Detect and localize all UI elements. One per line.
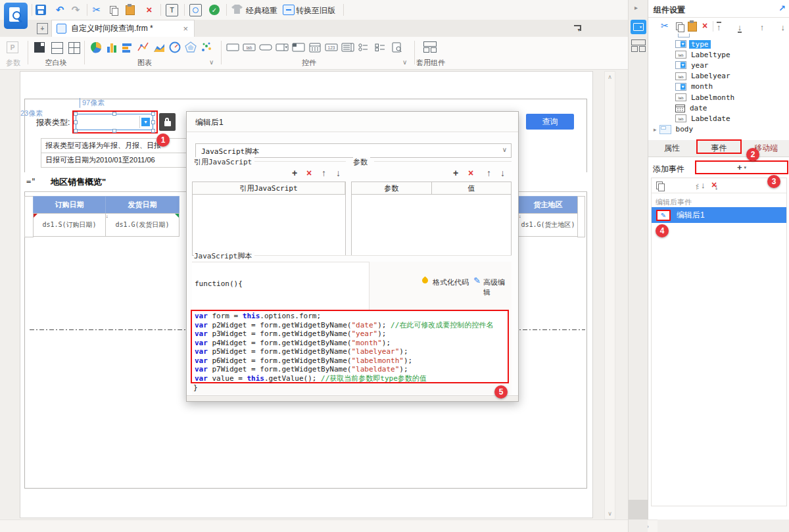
- format-code-icon[interactable]: [421, 276, 429, 285]
- table-narrow-cell[interactable]: [577, 196, 585, 237]
- canvas-horizontal-scrollbar[interactable]: ›: [0, 520, 658, 532]
- split-block-icon[interactable]: [51, 42, 63, 54]
- tree-item-month[interactable]: month: [648, 82, 788, 92]
- table-header-order-date[interactable]: 订购日期: [33, 196, 106, 214]
- text-format-icon[interactable]: T: [166, 4, 178, 16]
- undo-icon[interactable]: ↶: [54, 3, 66, 15]
- new-tab-icon[interactable]: +: [37, 23, 48, 34]
- button-widget-icon[interactable]: [259, 42, 272, 53]
- cut-icon[interactable]: ✂: [91, 3, 103, 15]
- edit-event-pencil-button[interactable]: ✎: [656, 210, 671, 221]
- label-widget-icon[interactable]: lab: [243, 42, 256, 53]
- preview-icon[interactable]: [189, 4, 202, 16]
- textfield-widget-icon[interactable]: [226, 42, 239, 53]
- type-dropdown-button[interactable]: ▼: [139, 116, 151, 128]
- param-add-icon[interactable]: +: [453, 168, 458, 178]
- tree-item-year[interactable]: year: [648, 60, 788, 70]
- refjs-list[interactable]: 引用JavaScript: [192, 181, 346, 256]
- chart-group-chevron-icon[interactable]: ∨: [209, 59, 214, 66]
- event-item-row[interactable]: ✎ 编辑后1: [652, 207, 786, 223]
- calendar-widget-icon[interactable]: [308, 42, 322, 53]
- scroll-up-icon[interactable]: ∧: [605, 72, 615, 82]
- advanced-edit-icon[interactable]: ✎: [473, 276, 481, 285]
- tree-item-type[interactable]: type: [648, 39, 788, 49]
- tree-item-body[interactable]: ▸body: [648, 124, 788, 135]
- query-widget-icon[interactable]: [391, 42, 404, 53]
- collapse-panel-icon[interactable]: ▸: [634, 5, 638, 11]
- redo-icon[interactable]: ↷: [70, 3, 82, 15]
- refjs-moveup-icon[interactable]: ↑: [322, 168, 326, 178]
- datepane-widget-icon[interactable]: [292, 42, 305, 53]
- bar-chart-icon[interactable]: [121, 41, 134, 53]
- param-list[interactable]: 参数 值: [351, 181, 512, 256]
- app-menu-button[interactable]: [4, 3, 28, 29]
- tree-item-Labelmonth[interactable]: labLabelmonth: [648, 92, 788, 103]
- pie-chart-icon[interactable]: [89, 41, 103, 53]
- window-dock-icon[interactable]: ▾: [572, 22, 583, 33]
- add-event-button[interactable]: +▾: [695, 160, 788, 174]
- event-sort-icon[interactable]: ⋮↓: [695, 181, 705, 190]
- classic-theme-icon[interactable]: [231, 5, 243, 14]
- radar-chart-icon[interactable]: [184, 41, 197, 53]
- widget-settings-strip-icon[interactable]: ▼: [631, 20, 646, 34]
- expand-caret-icon[interactable]: ▸: [654, 126, 657, 133]
- combo-icon: [675, 61, 686, 69]
- validate-check-icon[interactable]: ✓: [209, 5, 220, 15]
- gauge-chart-icon[interactable]: [168, 41, 181, 53]
- combobox-widget-icon[interactable]: [275, 42, 289, 53]
- advanced-edit-button[interactable]: 高级编辑: [483, 278, 512, 297]
- query-button[interactable]: 查询: [526, 114, 574, 130]
- param-moveup-icon[interactable]: ↑: [487, 168, 491, 178]
- format-code-button[interactable]: 格式化代码: [433, 278, 469, 287]
- save-icon[interactable]: [36, 5, 46, 15]
- convert-legacy-label[interactable]: 转换至旧版: [296, 5, 335, 16]
- js-code-block[interactable]: var form = this.options.form;var p2Widge…: [191, 310, 509, 383]
- table-cell-ship-date[interactable]: ds1.G(发货日期): [105, 213, 179, 237]
- table-header-region[interactable]: 货主地区: [518, 196, 578, 214]
- param-movedown-icon[interactable]: ↓: [500, 168, 505, 178]
- tree-item-Labeldate[interactable]: labLabeldate: [648, 113, 788, 124]
- table-cell-region[interactable]: ds1.G(货主地区): [518, 213, 578, 237]
- number-widget-icon[interactable]: 123: [325, 42, 338, 53]
- js-editor-pane[interactable]: function(){: [192, 262, 370, 310]
- tree-item-Labeltype[interactable]: labLabeltype: [648, 49, 788, 60]
- parameter-pane-icon[interactable]: P: [7, 41, 18, 53]
- line-chart-icon[interactable]: [137, 41, 150, 53]
- reuse-component-icon[interactable]: [423, 41, 437, 53]
- grid-block-icon[interactable]: [68, 42, 80, 54]
- canvas-vertical-scrollbar[interactable]: ∧ ∨: [604, 71, 615, 520]
- control-group-chevron-icon[interactable]: ∨: [402, 59, 407, 66]
- event-copy-icon[interactable]: [655, 181, 664, 190]
- column-chart-icon[interactable]: [105, 41, 118, 53]
- convert-legacy-icon[interactable]: [283, 5, 295, 15]
- refjs-movedown-icon[interactable]: ↓: [336, 168, 341, 178]
- area-chart-icon[interactable]: [153, 41, 166, 53]
- param-delete-icon[interactable]: ×: [468, 168, 473, 178]
- dialog-titlebar[interactable]: 编辑后1: [187, 112, 518, 132]
- list-widget-icon[interactable]: [341, 42, 354, 53]
- refjs-add-icon[interactable]: +: [292, 168, 297, 178]
- copy-icon[interactable]: [108, 5, 118, 15]
- scatter-chart-icon[interactable]: [200, 41, 213, 53]
- radio-widget-icon[interactable]: [358, 42, 371, 53]
- event-type-select[interactable]: JavaScript脚本 ∨: [195, 143, 512, 158]
- lock-button[interactable]: [159, 113, 176, 131]
- classic-theme-label[interactable]: 经典稳重: [246, 5, 277, 16]
- table-header-ship-date[interactable]: 发货日期: [105, 196, 179, 214]
- table-margin-cell[interactable]: [24, 196, 34, 237]
- tab-close-icon[interactable]: ×: [183, 24, 188, 34]
- checkbox-widget-icon[interactable]: [374, 42, 387, 53]
- delete-icon[interactable]: ×: [143, 3, 155, 15]
- refjs-delete-icon[interactable]: ×: [306, 168, 312, 178]
- tree-item-Labelyear[interactable]: labLabelyear: [648, 71, 788, 82]
- type-dropdown[interactable]: ▼: [76, 114, 153, 130]
- tree-item-date[interactable]: date: [648, 103, 788, 113]
- scroll-down-icon[interactable]: ∨: [605, 508, 615, 519]
- table-cell-order-date[interactable]: ds1.S(订购日期): [33, 213, 106, 237]
- layout-strip-icon[interactable]: [631, 39, 646, 51]
- tab-properties[interactable]: 属性: [648, 140, 696, 157]
- blank-block-icon[interactable]: [34, 42, 45, 53]
- event-delete-icon[interactable]: ×: [711, 180, 717, 189]
- paste-icon[interactable]: [125, 5, 135, 15]
- tab-custom-time-query[interactable]: 自定义时间段查询.frm * ×: [51, 20, 195, 37]
